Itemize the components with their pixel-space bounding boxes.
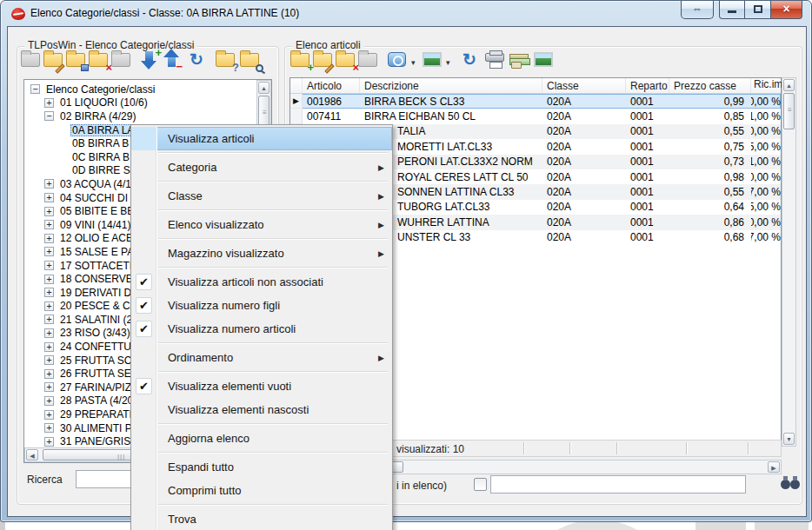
menu-item-visualizza-elementi-nascosti[interactable]: Visualizza elementi nascosti [131,398,392,421]
submenu-arrow-icon: ▶ [378,163,384,172]
menu-item-ordinamento[interactable]: Ordinamento▶ [131,346,392,369]
delete-article-button[interactable]: × [335,50,357,70]
expand-icon[interactable]: + [44,396,54,406]
menu-item-visualizza-elementi-vuoti[interactable]: ✔Visualizza elementi vuoti [131,374,392,398]
menu-separator [158,238,388,239]
expand-icon[interactable]: + [44,355,54,365]
table-row-selected[interactable]: ▶001986BIRRA BECK S CL33020A00010,990,00… [290,94,781,109]
expand-icon[interactable]: + [44,234,54,243]
menu-item-magazzino-visualizzato[interactable]: Magazzino visualizzato▶ [131,242,392,265]
menu-item-comprimi-tutto[interactable]: Comprimi tutto [131,479,392,502]
menu-item-visualizza-articoli[interactable]: Visualizza articoli [131,127,392,150]
column-header-descrizione[interactable]: Descrizione [360,78,542,93]
find-input[interactable] [490,475,746,494]
help-category-button[interactable]: ? [215,50,237,70]
expand-icon[interactable]: + [44,328,54,338]
expand-icon[interactable]: + [44,247,54,256]
chart-image-button[interactable] [533,50,556,70]
maximize-button[interactable] [744,1,771,19]
minimize-button[interactable] [719,1,745,19]
expand-icon[interactable]: + [44,261,54,270]
app-window: Elenco Categorie/classi - Classe: 0A BIR… [0,0,812,522]
move-down-button[interactable]: + [140,50,163,70]
find-checkbox[interactable] [474,478,487,491]
collapse-icon[interactable]: − [44,111,54,121]
tree-item-label: 02 BIRRA (4/29) [58,110,137,123]
expand-icon[interactable]: + [44,288,54,297]
expand-icon[interactable]: + [44,301,54,311]
column-header-articolo[interactable]: Articolo [303,78,360,93]
tree-item-label: 27 FARINA/PIZZ [58,381,139,394]
tree-item-label: 0C BIRRA B [70,151,131,163]
menu-item-trova[interactable]: Trova [131,507,392,530]
resize-button[interactable]: ⇔ [681,1,714,19]
print-button[interactable] [484,50,507,70]
scroll-up-icon[interactable]: ▲ [258,82,270,94]
expand-icon[interactable]: + [44,423,54,433]
tree-item[interactable]: +01 LIQUORI (10/6) [26,96,256,110]
expand-icon[interactable]: + [44,207,54,216]
delete-category-button[interactable]: × [88,50,110,70]
menu-item-categoria[interactable]: Categoria▶ [131,156,392,179]
tree-item[interactable]: −02 BIRRA (4/29) [26,109,256,123]
menu-item-elenco-visualizzato[interactable]: Elenco visualizzato▶ [131,213,392,236]
edit-category-button[interactable] [43,50,65,70]
category-structure-button[interactable] [65,50,88,70]
prices-button[interactable] [509,50,531,70]
move-up-button[interactable]: − [163,50,185,70]
table-header: Articolo Descrizione Classe Reparto Prez… [290,78,781,94]
scroll-right-icon[interactable]: ▶ [768,461,780,473]
down-arrow-icon [145,51,153,61]
app-logo-icon [11,8,25,20]
close-button[interactable]: × [770,1,802,19]
expand-icon[interactable]: + [44,342,54,352]
expand-icon[interactable]: + [44,193,54,202]
tree-item-label: 29 PREPARATI [58,408,134,421]
binoculars-icon[interactable] [781,480,790,489]
column-header-prezzo-casse[interactable]: Prezzo casse [669,78,751,93]
view-options-dropdown-icon[interactable]: ▾ [411,58,416,67]
view-options-button[interactable] [387,50,409,70]
collapse-icon[interactable]: − [30,84,40,94]
menu-item-visualizza-numero-figli[interactable]: ✔Visualizza numero figli [131,294,392,317]
menu-separator [158,423,388,424]
expand-icon[interactable]: + [44,220,54,229]
tree-item-root[interactable]: −Elenco Categorie/classi [26,83,256,96]
tree-item-label: Elenco Categorie/classi [44,83,156,96]
table-row[interactable]: 007411BIRRA EICHBAN 50 CL020A00010,851,0… [290,109,781,123]
refresh-categories-button[interactable]: ↻ [187,50,210,70]
menu-item-espandi-tutto[interactable]: Espandi tutto [131,455,392,479]
expand-icon[interactable]: + [44,410,54,420]
menu-item-classe[interactable]: Classe▶ [131,184,392,208]
tree-item-label: 23 RISO (3/43) [58,327,132,339]
category-disabled-button-2 [110,50,133,70]
expand-icon[interactable]: + [44,275,54,284]
menu-item-visualizza-numero-articoli[interactable]: ✔Visualizza numero articoli [131,317,392,341]
expand-icon[interactable]: + [44,315,54,324]
menu-item-aggiorna-elenco[interactable]: Aggiorna elenco [131,427,392,450]
expand-icon[interactable]: + [44,437,54,447]
column-header-ric-im[interactable]: Ric.im [751,78,782,93]
scroll-up-icon[interactable]: ▲ [783,79,795,91]
expand-icon[interactable]: + [44,179,54,189]
scroll-left-icon[interactable]: ◀ [26,449,38,460]
status-separator [616,442,617,454]
edit-article-button[interactable] [312,50,335,70]
scroll-down-icon[interactable]: ▼ [783,433,795,445]
menu-item-visualizza-articoli-non-associati[interactable]: ✔Visualizza articoli non associati [131,270,392,294]
add-article-button[interactable]: + [290,50,312,70]
table-vscroll-thumb[interactable]: ≡ [783,93,795,129]
expand-icon[interactable]: + [44,98,54,108]
image-button[interactable] [422,50,444,70]
search-category-button[interactable] [239,50,262,70]
expand-icon[interactable]: + [44,382,54,392]
refresh-articles-button[interactable]: ↻ [460,50,483,70]
column-header-reparto[interactable]: Reparto [626,78,669,93]
expand-icon[interactable]: + [44,369,54,379]
menu-separator [158,209,388,210]
menu-separator [158,267,388,268]
table-vscrollbar[interactable]: ▲ ≡ ▼ [782,77,796,447]
image-dropdown-icon[interactable]: ▾ [446,58,450,67]
column-header-classe[interactable]: Classe [542,78,626,93]
up-arrow-icon [168,57,176,67]
